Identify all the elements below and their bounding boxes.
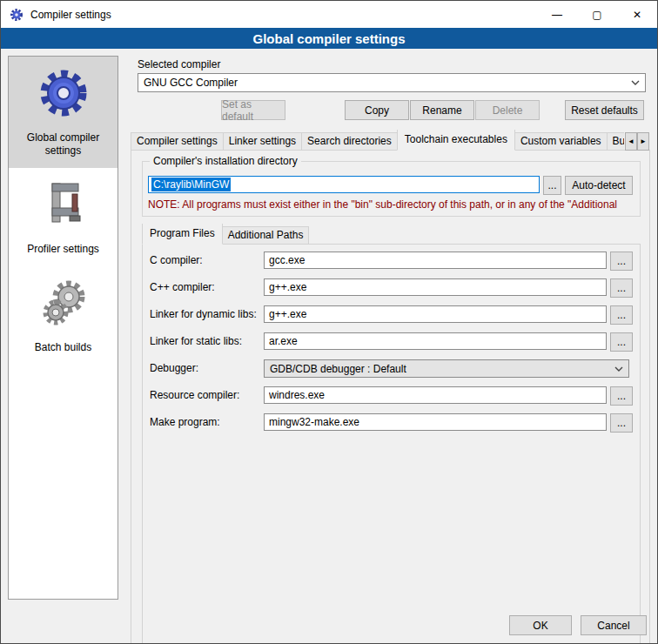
minimize-button[interactable]: —	[537, 1, 577, 28]
app-icon	[10, 8, 24, 22]
tab-scroll-left-icon[interactable]: ◄	[625, 132, 637, 151]
cpp-compiler-input[interactable]	[264, 278, 607, 296]
sidebar-item-global-compiler-settings[interactable]: Global compiler settings	[9, 57, 118, 168]
page-title: Global compiler settings	[1, 28, 657, 49]
chevron-down-icon	[614, 366, 623, 372]
maximize-button[interactable]: ▢	[577, 1, 617, 28]
program-files-panel: C compiler: ... C++ compiler: ... Linker…	[142, 244, 641, 644]
tab-program-files[interactable]: Program Files	[142, 224, 223, 245]
sidebar-item-profiler-settings[interactable]: Profiler settings	[9, 168, 118, 266]
tab-search-directories[interactable]: Search directories	[301, 132, 398, 151]
sidebar-item-label: Profiler settings	[12, 243, 114, 256]
linker-static-label: Linker for static libs:	[150, 335, 242, 347]
make-program-browse-button[interactable]: ...	[610, 413, 633, 433]
toolchain-executables-panel: Compiler's installation directory C:\ray…	[131, 150, 650, 644]
debugger-value: GDB/CDB debugger : Default	[270, 363, 406, 375]
selected-compiler-dropdown[interactable]: GNU GCC Compiler	[138, 73, 646, 92]
blue-gear-icon	[37, 67, 91, 121]
copy-button[interactable]: Copy	[345, 100, 409, 120]
installation-directory-input[interactable]: C:\raylib\MinGW	[148, 176, 540, 193]
tab-compiler-settings[interactable]: Compiler settings	[131, 132, 224, 151]
clamp-tool-icon	[37, 178, 91, 232]
c-compiler-browse-button[interactable]: ...	[610, 252, 633, 271]
cpp-compiler-label: C++ compiler:	[150, 281, 215, 293]
make-program-input[interactable]	[264, 413, 607, 431]
form-row-linker-dynamic: Linker for dynamic libs: ...	[150, 305, 633, 332]
form-row-c-compiler: C compiler: ...	[150, 252, 633, 278]
caption-buttons: — ▢ ✕	[537, 1, 657, 28]
ok-button[interactable]: OK	[509, 615, 572, 635]
sidebar-item-batch-builds[interactable]: Batch builds	[9, 266, 118, 365]
sidebar-item-label: Global compiler settings	[12, 131, 114, 158]
make-program-label: Make program:	[150, 416, 220, 428]
window-title: Compiler settings	[30, 9, 111, 21]
debugger-dropdown[interactable]: GDB/CDB debugger : Default	[264, 359, 629, 378]
form-row-cpp-compiler: C++ compiler: ...	[150, 278, 633, 305]
resource-compiler-input[interactable]	[264, 386, 607, 404]
installation-directory-label: Compiler's installation directory	[150, 155, 301, 167]
gray-gears-icon	[37, 277, 91, 331]
program-files-tab-strip: Program Files Additional Paths	[142, 224, 614, 245]
linker-dynamic-input[interactable]	[264, 305, 607, 323]
c-compiler-label: C compiler:	[150, 254, 203, 266]
settings-tab-strip: Compiler settings Linker settings Search…	[131, 130, 624, 151]
cpp-compiler-browse-button[interactable]: ...	[610, 278, 633, 298]
set-as-default-button[interactable]: Set as default	[221, 100, 285, 120]
reset-defaults-button[interactable]: Reset defaults	[565, 100, 644, 120]
linker-static-input[interactable]	[264, 332, 607, 350]
form-row-debugger: Debugger: GDB/CDB debugger : Default	[150, 359, 633, 386]
form-row-make-program: Make program: ...	[150, 413, 633, 440]
rename-button[interactable]: Rename	[410, 100, 474, 120]
tab-scroll-arrows: ◄ ►	[625, 132, 649, 151]
close-button[interactable]: ✕	[617, 1, 657, 28]
browse-directory-button[interactable]: ...	[543, 176, 561, 195]
debugger-label: Debugger:	[150, 362, 198, 374]
settings-category-list: Global compiler settings Profiler settin…	[8, 56, 118, 600]
tab-build[interactable]: Build	[607, 132, 624, 151]
linker-static-browse-button[interactable]: ...	[610, 332, 633, 352]
installation-directory-group: Compiler's installation directory C:\ray…	[142, 161, 641, 217]
main-content: Selected compiler GNU GCC Compiler Set a…	[127, 49, 650, 643]
tab-toolchain-executables[interactable]: Toolchain executables	[397, 130, 515, 151]
title-bar: Compiler settings — ▢ ✕	[1, 1, 657, 28]
tab-additional-paths[interactable]: Additional Paths	[222, 226, 310, 245]
linker-dynamic-label: Linker for dynamic libs:	[150, 308, 257, 320]
chevron-down-icon	[631, 80, 640, 85]
sidebar-item-label: Batch builds	[12, 341, 114, 354]
c-compiler-input[interactable]	[264, 252, 607, 269]
note-text: NOTE: All programs must exist either in …	[148, 198, 639, 211]
cancel-button[interactable]: Cancel	[581, 615, 647, 635]
auto-detect-button[interactable]: Auto-detect	[565, 176, 633, 195]
delete-button[interactable]: Delete	[475, 100, 540, 120]
installation-directory-value: C:\raylib\MinGW	[151, 178, 231, 191]
resource-compiler-label: Resource compiler:	[150, 389, 239, 401]
tab-scroll-right-icon[interactable]: ►	[637, 132, 649, 151]
resource-compiler-browse-button[interactable]: ...	[610, 386, 633, 406]
form-row-linker-static: Linker for static libs: ...	[150, 332, 633, 359]
tab-custom-variables[interactable]: Custom variables	[514, 132, 608, 151]
linker-dynamic-browse-button[interactable]: ...	[610, 305, 633, 325]
selected-compiler-value: GNU GCC Compiler	[144, 77, 238, 89]
form-row-resource-compiler: Resource compiler: ...	[150, 386, 633, 413]
dialog-footer: OK Cancel	[509, 615, 647, 635]
compiler-settings-window: Compiler settings — ▢ ✕ Global compiler …	[0, 0, 658, 644]
tab-linker-settings[interactable]: Linker settings	[223, 132, 302, 151]
selected-compiler-label: Selected compiler	[138, 58, 220, 70]
